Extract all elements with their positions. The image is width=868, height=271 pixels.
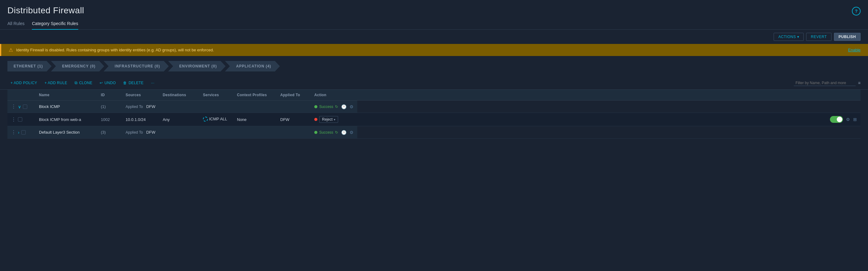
graph-icon[interactable]: ⊞ [853,117,857,122]
chevron-down-icon: ▾ [334,118,335,121]
enable-link[interactable]: Enable [848,48,861,52]
applied-to-label: Applied To [126,130,143,134]
rule-sources-cell: 10.0.1.0/24 [122,113,159,126]
action-bar: ACTIONS ▾ REVERT PUBLISH [0,30,868,44]
publish-button[interactable]: PUBLISH [834,33,861,41]
drag-dots-icon[interactable]: ⋮ [11,117,16,122]
policy-id-cell: (3) [97,126,122,139]
rule-destinations: Any [163,117,169,122]
refresh-icon[interactable]: ↻ [335,104,338,109]
add-rule-button[interactable]: + ADD RULE [41,79,70,87]
rule-right-icons-cell: ⚙ ⊞ [357,113,861,126]
page-title: Distributed Firewall [7,6,84,16]
expand-icon[interactable]: ∨ [18,104,21,109]
tab-category-specific-rules[interactable]: Category Specific Rules [32,19,78,30]
pipeline-application[interactable]: APPLICATION (4) [225,61,280,71]
status-dot-icon [314,131,317,134]
col-header-action: Action [311,90,357,100]
add-policy-button[interactable]: + ADD POLICY [7,79,40,87]
policy-name: Default Layer3 Section [39,130,80,134]
revert-button[interactable]: REVERT [806,33,831,41]
expand-icon[interactable]: › [18,130,20,135]
policy-applied-to-cell: Applied To DFW [122,126,311,139]
delete-button[interactable]: 🗑 DELETE [120,79,147,87]
table-header-row: Name ID Sources Destinations Services Co… [7,90,861,100]
policy-name-cell: Default Layer3 Section [35,126,97,139]
row-controls: ⋮ [7,113,35,126]
rules-table: Name ID Sources Destinations Services Co… [7,90,861,139]
applied-to-value: DFW [146,130,156,134]
tabs: All Rules Category Specific Rules [0,16,868,30]
refresh-icon[interactable]: ↻ [335,130,338,134]
clone-button[interactable]: ⧉ CLONE [71,79,95,87]
warning-banner: ⚠ Identity Firewall is disabled. Rules c… [0,44,868,56]
gear-icon[interactable]: ⚙ [349,130,353,135]
policy-name: Block ICMP [39,104,60,109]
undo-button[interactable]: ↩ UNDO [96,79,119,87]
rule-name-cell: Block ICMP from web-a [35,113,97,126]
clone-icon: ⧉ [74,81,78,85]
toolbar: + ADD POLICY + ADD RULE ⧉ CLONE ↩ UNDO 🗑… [0,77,868,90]
col-header-id: ID [97,90,122,100]
table-container: Name ID Sources Destinations Services Co… [0,90,868,139]
help-icon[interactable]: ? [852,7,861,16]
table-row: ⋮ ∨ Block ICMP (1) Applied To DFW [7,100,861,113]
rule-toggle[interactable] [830,116,843,123]
policy-id: (1) [101,104,106,109]
drag-dots-icon[interactable]: ⋮ [11,129,16,135]
pipeline-emergency[interactable]: EMERGENCY (0) [51,61,104,71]
rule-context-profiles: None [237,117,247,122]
pipeline-ethernet[interactable]: ETHERNET (1) [7,61,52,71]
rule-name: Block ICMP from web-a [39,117,81,122]
policy-status-cell: Success ↻ 🕐 ⚙ [311,100,357,113]
action-label: Reject [322,117,333,122]
status-text: Success [319,104,333,109]
policy-applied-to-cell: Applied To DFW [122,100,311,113]
row-checkbox[interactable] [21,130,26,134]
policy-name-cell: Block ICMP [35,100,97,113]
rule-context-cell: None [233,113,277,126]
actions-button[interactable]: ACTIONS ▾ [774,33,804,41]
col-header-name: Name [35,90,97,100]
policy-status-cell: Success ↻ 🕐 ⚙ [311,126,357,139]
row-checkbox[interactable] [18,117,22,122]
filter-input[interactable] [794,80,856,86]
gear-icon[interactable]: ⚙ [349,104,353,109]
drag-dots-icon[interactable]: ⋮ [11,103,16,110]
filter-icon: ≡ [858,81,861,85]
col-header-sources: Sources [122,90,159,100]
row-controls: ⋮ › [7,126,35,139]
col-header-right [357,90,861,100]
rule-services: ICMP ALL [209,117,227,121]
clock-icon[interactable]: 🕐 [341,104,346,109]
filter-area: ≡ [794,80,861,86]
undo-icon: ↩ [100,81,103,85]
pipeline: ETHERNET (1) EMERGENCY (0) INFRASTRUCTUR… [0,56,868,77]
col-header-context-profiles: Context Profiles [233,90,277,100]
col-header-controls [7,90,35,100]
row-controls: ⋮ ∨ [7,100,35,113]
icmp-service: ICMP ALL [203,117,227,122]
table-row: ⋮ › Default Layer3 Section (3) Applied T… [7,126,861,139]
status-badge: Success ↻ [314,130,338,134]
applied-to-value: DFW [146,104,156,109]
rule-id: 1002 [101,117,110,122]
clock-icon[interactable]: 🕐 [341,130,346,135]
action-dropdown[interactable]: Reject ▾ [319,116,338,123]
rule-services-cell: ICMP ALL [199,113,233,126]
rule-sources: 10.0.1.0/24 [126,117,146,122]
pipeline-infrastructure[interactable]: INFRASTRUCTURE (0) [104,61,169,71]
col-header-services: Services [199,90,233,100]
policy-id: (3) [101,130,106,134]
warning-text: Identity Firewall is disabled. Rules con… [16,48,214,52]
pipeline-environment[interactable]: ENVIRONMENT (0) [168,61,225,71]
row-checkbox[interactable] [23,104,27,109]
tab-all-rules[interactable]: All Rules [7,19,25,30]
icmp-icon [203,117,208,122]
rule-id-cell: 1002 [97,113,122,126]
warning-icon: ⚠ [9,47,13,53]
status-dot-icon [314,105,317,108]
more-button[interactable]: ··· [148,79,157,87]
rule-action-cell: Reject ▾ [311,113,357,126]
gear-icon[interactable]: ⚙ [846,117,850,122]
